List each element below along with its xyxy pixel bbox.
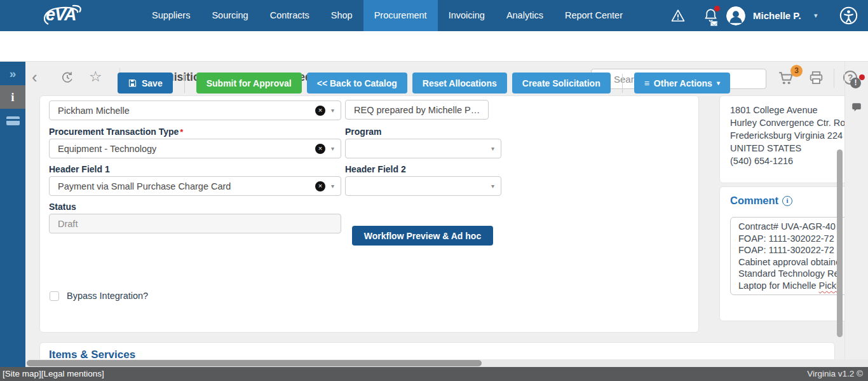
comments-bubble-icon[interactable]	[851, 102, 862, 113]
address-line: 1801 College Avenue	[730, 104, 844, 116]
footer-links[interactable]: [Site map][Legal mentions]	[3, 369, 104, 378]
address-line: Hurley Convergence Ctr. Ro	[730, 116, 844, 129]
status-label: Status	[49, 202, 76, 212]
alerts-red-dot	[859, 74, 865, 80]
chevron-down-icon: ▾	[331, 183, 334, 190]
clear-icon[interactable]: ×	[315, 106, 325, 116]
comment-line: Contract# UVA-AGR-40	[738, 221, 844, 233]
info-icon[interactable]: i	[782, 196, 792, 206]
user-name[interactable]: Michelle P.	[753, 10, 801, 21]
bypass-integration-label: Bypass Integration?	[67, 291, 148, 301]
nav-item-procurement[interactable]: Procurement	[363, 0, 438, 31]
nav-item-suppliers[interactable]: Suppliers	[141, 0, 201, 31]
submit-for-approval-button[interactable]: Submit for Approval	[196, 73, 302, 94]
user-menu-caret-icon[interactable]: ▾	[814, 11, 818, 20]
clear-icon[interactable]: ×	[315, 181, 325, 191]
nav-item-shop[interactable]: Shop	[320, 0, 363, 31]
nav-item-invoicing[interactable]: Invoicing	[438, 0, 496, 31]
vertical-scrollbar-thumb[interactable]	[837, 149, 843, 337]
clear-icon[interactable]: ×	[315, 144, 325, 154]
reset-allocations-button[interactable]: Reset Allocations	[412, 73, 507, 94]
procurement-transaction-type-label: Procurement Transaction Type*	[49, 127, 183, 137]
comment-card: Comment i Contract# UVA-AGR-40 FOAP: 111…	[719, 186, 844, 321]
save-button[interactable]: Save	[118, 73, 173, 94]
chevron-down-icon: ▾	[331, 107, 334, 114]
left-sidebar: » i	[0, 62, 25, 367]
program-select[interactable]: ▾	[345, 139, 501, 158]
save-icon	[128, 78, 137, 88]
status-field	[49, 214, 341, 233]
chevron-down-icon: ▾	[331, 145, 334, 152]
address-card: 1801 College Avenue Hurley Convergence C…	[719, 95, 844, 183]
toolbar-divider-2	[622, 74, 623, 93]
req-name-field[interactable]	[345, 100, 489, 120]
nav-item-analytics[interactable]: Analytics	[496, 0, 554, 31]
nav-item-report-center[interactable]: Report Center	[554, 0, 634, 31]
comment-line: FOAP: 1111-302022-72	[738, 244, 844, 256]
back-icon[interactable]: ‹	[32, 67, 37, 87]
right-side-panel: 1801 College Avenue Hurley Convergence C…	[718, 62, 844, 367]
header-field-2-select[interactable]: ▾	[345, 176, 501, 196]
hamburger-icon: ≡	[644, 78, 649, 88]
comment-line: Standard Technology Re	[738, 268, 844, 280]
title-bar: ‹ ☆ Requisition: REQ1823006 - Req. 8/13/…	[0, 31, 868, 62]
requisition-header-card: Pickham Michelle × ▾ Procurement Transac…	[39, 95, 699, 333]
notification-red-dot	[714, 6, 720, 11]
comment-line: FOAP: 1111-302022-72	[738, 233, 844, 245]
back-to-catalog-button[interactable]: << Back to Catalog	[307, 73, 407, 94]
required-asterisk: *	[180, 127, 183, 137]
program-label: Program	[345, 127, 382, 137]
comment-line: Cabinet approval obtaine	[738, 256, 844, 268]
logo-text: eVA	[46, 5, 76, 25]
eva-app: eVA Suppliers Sourcing Contracts Shop Pr…	[0, 0, 868, 381]
chevron-down-icon: ▾	[491, 145, 494, 152]
right-rail-divider	[844, 62, 845, 367]
sidebar-tab-info[interactable]: i	[0, 85, 25, 109]
main-menu: Suppliers Sourcing Contracts Shop Procur…	[141, 0, 634, 31]
favorite-star-icon[interactable]: ☆	[89, 68, 102, 85]
requester-select[interactable]: Pickham Michelle × ▾	[49, 100, 341, 120]
address-line: Fredericksburg Virginia 224	[730, 129, 844, 142]
horizontal-scrollbar-thumb[interactable]	[27, 360, 482, 366]
user-avatar[interactable]	[726, 6, 745, 25]
address-line: UNITED STATES	[730, 142, 844, 155]
comment-section-title: Comment i	[730, 195, 844, 207]
top-navigation-bar: eVA Suppliers Sourcing Contracts Shop Pr…	[0, 0, 868, 31]
header-field-2-label: Header Field 2	[345, 164, 406, 174]
sidebar-expand-icon[interactable]: »	[0, 62, 25, 85]
message-envelope-icon	[710, 21, 717, 26]
footer-version: Virginia v1.2 ©	[807, 369, 863, 378]
bypass-integration-checkbox[interactable]	[50, 291, 59, 301]
comment-textarea[interactable]: Contract# UVA-AGR-40 FOAP: 1111-302022-7…	[730, 217, 844, 295]
credit-card-icon	[6, 116, 20, 125]
address-line: (540) 654-1216	[730, 155, 844, 167]
other-actions-button[interactable]: ≡ Other Actions ▾	[634, 73, 730, 94]
action-toolbar: Save Submit for Approval << Back to Cata…	[118, 73, 730, 94]
header-field-1-label: Header Field 1	[49, 164, 110, 174]
header-field-1-select[interactable]: Payment via Small Purchase Charge Card ×…	[49, 176, 341, 196]
sidebar-tab-payment[interactable]	[0, 109, 25, 132]
workflow-preview-button[interactable]: Workflow Preview & Ad hoc	[352, 226, 493, 246]
nav-item-contracts[interactable]: Contracts	[259, 0, 320, 31]
procurement-transaction-type-select[interactable]: Equipment - Technology × ▾	[49, 139, 341, 158]
nav-item-sourcing[interactable]: Sourcing	[201, 0, 259, 31]
history-icon[interactable]	[60, 71, 74, 85]
eva-logo[interactable]: eVA	[39, 3, 86, 29]
footer-bar: [Site map][Legal mentions] Virginia v1.2…	[0, 367, 868, 381]
create-solicitation-button[interactable]: Create Solicitation	[512, 73, 611, 94]
toolbar-divider	[184, 74, 185, 93]
comment-line-last: Laptop for Michelle Pickh	[738, 280, 844, 292]
chevron-down-icon: ▾	[491, 183, 494, 190]
